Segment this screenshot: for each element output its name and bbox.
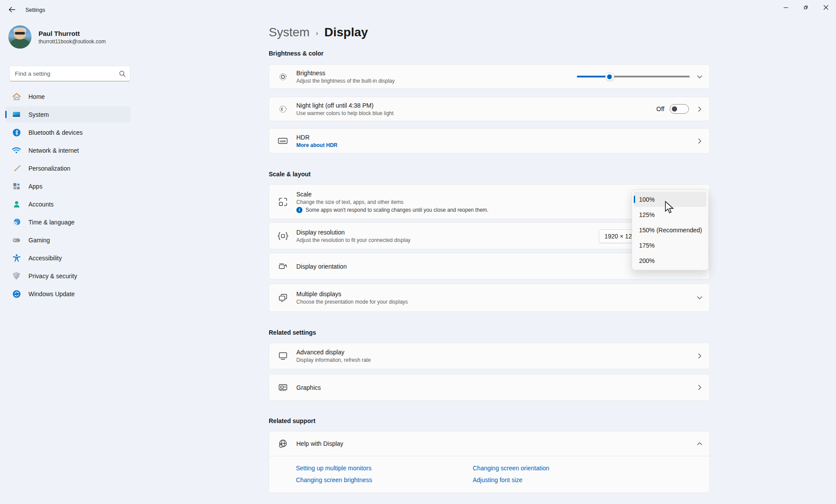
- multiple-displays-title: Multiple displays: [296, 290, 408, 298]
- sidebar-item-label: Apps: [28, 183, 42, 190]
- page-title: Display: [324, 25, 368, 39]
- sidebar-item-home[interactable]: Home: [5, 88, 130, 105]
- personalization-icon: [11, 163, 21, 173]
- chevron-right-icon: [697, 138, 703, 144]
- night-light-subtitle: Use warmer colors to help block blue lig…: [296, 110, 393, 116]
- night-light-toggle-label: Off: [657, 105, 664, 112]
- scale-option-175[interactable]: 175%: [634, 238, 706, 253]
- accessibility-icon: [11, 253, 21, 263]
- sidebar-item-label: Gaming: [28, 237, 50, 244]
- apps-icon: [11, 181, 21, 191]
- display-resolution-title: Display resolution: [296, 229, 411, 236]
- sidebar-item-apps[interactable]: Apps: [5, 178, 130, 194]
- sidebar-item-label: Accounts: [28, 201, 54, 208]
- help-link-screen-brightness[interactable]: Changing screen brightness: [296, 476, 473, 483]
- graphics-icon: [277, 382, 288, 393]
- scale-option-150[interactable]: 150% (Recommended): [634, 222, 706, 238]
- back-button[interactable]: [4, 3, 19, 17]
- accounts-icon: [11, 199, 21, 209]
- advanced-display-subtitle: Display information, refresh rate: [296, 357, 371, 363]
- sidebar-nav: Home System Bluetooth &: [5, 88, 130, 304]
- brightness-slider-thumb[interactable]: [605, 72, 614, 81]
- help-header-row[interactable]: ? Help with Display: [269, 431, 710, 456]
- restore-icon: [803, 5, 808, 10]
- windows-update-icon: [11, 289, 21, 299]
- section-scale-layout: Scale & layout: [269, 171, 710, 178]
- graphics-row[interactable]: Graphics: [269, 374, 710, 401]
- account-name: Paul Thurrott: [39, 30, 105, 37]
- advanced-display-icon: [277, 350, 288, 362]
- multiple-displays-icon: [277, 292, 288, 304]
- help-link-font-size[interactable]: Adjusting font size: [473, 476, 549, 483]
- display-orientation-title: Display orientation: [296, 263, 347, 270]
- chevron-right-icon: [697, 353, 703, 359]
- advanced-display-title: Advanced display: [296, 349, 371, 356]
- bluetooth-icon: [11, 127, 21, 137]
- scale-option-200[interactable]: 200%: [634, 253, 706, 268]
- help-title: Help with Display: [296, 440, 343, 447]
- help-link-multiple-monitors[interactable]: Setting up multiple monitors: [296, 465, 473, 472]
- chevron-right-icon: [697, 106, 703, 112]
- sidebar-item-accounts[interactable]: Accounts: [5, 196, 130, 212]
- night-light-toggle[interactable]: [670, 104, 689, 114]
- minimize-button[interactable]: [776, 0, 796, 15]
- search-box[interactable]: [9, 66, 130, 81]
- night-light-icon: [277, 103, 288, 115]
- sidebar-item-gaming[interactable]: Gaming: [5, 232, 130, 248]
- system-icon: [11, 109, 21, 119]
- sidebar-item-network-internet[interactable]: Network & internet: [5, 142, 130, 158]
- multiple-displays-subtitle: Choose the presentation mode for your di…: [296, 299, 408, 305]
- sidebar-item-bluetooth-devices[interactable]: Bluetooth & devices: [5, 124, 130, 140]
- brightness-icon: [277, 71, 288, 82]
- sidebar-item-label: Personalization: [28, 165, 70, 172]
- info-icon: i: [296, 207, 302, 213]
- hdr-icon: HDR: [277, 135, 288, 147]
- night-light-row[interactable]: Night light (off until 4:38 PM) Use warm…: [269, 97, 710, 121]
- sidebar-item-label: Home: [28, 93, 45, 100]
- sidebar-item-windows-update[interactable]: Windows Update: [5, 286, 130, 302]
- close-button[interactable]: [816, 0, 836, 15]
- back-arrow-icon: [8, 6, 15, 13]
- chevron-down-icon[interactable]: [697, 74, 703, 80]
- sidebar-item-personalization[interactable]: Personalization: [5, 160, 130, 176]
- help-globe-icon: ?: [277, 438, 288, 449]
- brightness-slider[interactable]: [577, 72, 690, 81]
- chevron-down-icon: [697, 295, 703, 301]
- privacy-icon: [11, 271, 21, 281]
- help-link-screen-orientation[interactable]: Changing screen orientation: [473, 465, 549, 472]
- hdr-more-link[interactable]: More about HDR: [296, 142, 337, 148]
- sidebar-item-label: Bluetooth & devices: [28, 129, 83, 136]
- network-icon: [11, 145, 21, 155]
- sidebar: Paul Thurrott thurrott11book@outlook.com…: [0, 19, 135, 504]
- window-title: Settings: [25, 7, 45, 13]
- chevron-up-icon[interactable]: [697, 441, 703, 447]
- display-resolution-value: 1920 × 120: [604, 233, 635, 240]
- chevron-right-icon: [697, 385, 703, 390]
- maximize-button[interactable]: [796, 0, 816, 15]
- advanced-display-row[interactable]: Advanced display Display information, re…: [269, 343, 710, 369]
- brightness-title: Brightness: [296, 70, 395, 77]
- sidebar-item-time-language[interactable]: Time & language: [5, 214, 130, 230]
- sidebar-item-label: Windows Update: [28, 290, 75, 298]
- display-orientation-icon: [277, 261, 288, 272]
- search-input[interactable]: [15, 70, 119, 77]
- sidebar-item-label: Network & internet: [28, 147, 79, 154]
- sidebar-item-privacy-security[interactable]: Privacy & security: [5, 268, 130, 284]
- scale-subtitle: Change the size of text, apps, and other…: [296, 199, 488, 205]
- account-profile[interactable]: Paul Thurrott thurrott11book@outlook.com: [8, 25, 126, 49]
- section-related-settings: Related settings: [269, 329, 710, 337]
- sidebar-item-label: Time & language: [28, 219, 74, 226]
- help-card: ? Help with Display Setting up multiple …: [269, 431, 710, 493]
- sidebar-item-label: Accessibility: [28, 255, 62, 262]
- avatar: [8, 25, 32, 49]
- breadcrumb-system[interactable]: System: [269, 25, 309, 39]
- scale-title: Scale: [296, 191, 488, 198]
- sidebar-item-system[interactable]: System: [5, 106, 130, 122]
- night-light-title: Night light (off until 4:38 PM): [296, 102, 393, 109]
- svg-text:HDR: HDR: [280, 140, 286, 143]
- brightness-subtitle: Adjust the brightness of the built-in di…: [296, 78, 395, 84]
- gaming-icon: [11, 235, 21, 245]
- sidebar-item-accessibility[interactable]: Accessibility: [5, 250, 130, 266]
- multiple-displays-row[interactable]: Multiple displays Choose the presentatio…: [269, 284, 710, 312]
- hdr-row[interactable]: HDR HDR More about HDR: [269, 128, 710, 154]
